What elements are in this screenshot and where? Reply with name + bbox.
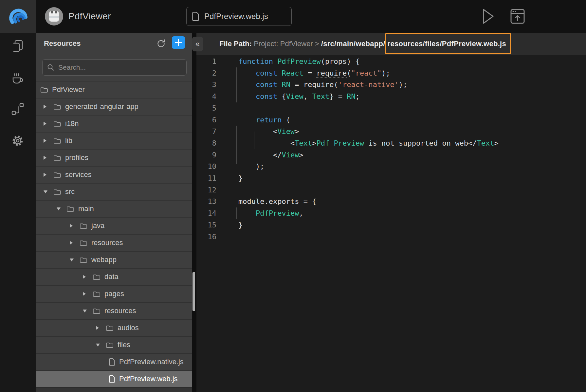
chevron-down-icon[interactable] bbox=[96, 343, 106, 347]
add-resource-button[interactable] bbox=[172, 36, 185, 49]
refresh-button[interactable] bbox=[156, 39, 166, 48]
chevron-down-icon[interactable] bbox=[82, 309, 93, 313]
left-icon-rail bbox=[0, 33, 36, 392]
collapse-sidebar-button[interactable]: « bbox=[192, 37, 203, 51]
open-file-tab[interactable]: PdfPreview.web.js bbox=[186, 7, 292, 26]
panel-title: Resources bbox=[44, 33, 81, 54]
tree-item-data[interactable]: data bbox=[36, 268, 192, 285]
tree-item-src[interactable]: src bbox=[36, 183, 192, 200]
folder-icon bbox=[53, 154, 61, 161]
tree-item-pdfviewer[interactable]: PdfViewer bbox=[36, 81, 192, 98]
tree-item-pages[interactable]: pages bbox=[36, 285, 192, 302]
code-line: 12 bbox=[196, 184, 586, 196]
code-line: 5 bbox=[196, 102, 586, 114]
tree-item-profiles[interactable]: profiles bbox=[36, 149, 192, 166]
code-text: <View> bbox=[238, 126, 299, 137]
chevron-right-icon[interactable] bbox=[43, 172, 53, 177]
tree-item-resources[interactable]: resources bbox=[36, 234, 192, 251]
code-line: 2 const React = require("react"); bbox=[196, 67, 586, 79]
tree-item-services[interactable]: services bbox=[36, 166, 192, 183]
chevron-right-icon[interactable] bbox=[43, 121, 53, 126]
chevron-right-icon[interactable] bbox=[69, 223, 80, 228]
app-avatar bbox=[45, 7, 63, 26]
chevron-right-icon[interactable] bbox=[69, 241, 80, 245]
code-line: 10 ); bbox=[196, 161, 586, 172]
line-number: 16 bbox=[196, 231, 216, 243]
app-logo-tile[interactable] bbox=[0, 0, 36, 33]
indent-guide bbox=[236, 207, 237, 219]
chevron-down-icon[interactable] bbox=[56, 207, 66, 211]
chevron-right-icon[interactable] bbox=[82, 275, 93, 279]
tree-item-pdfpreview-native-js[interactable]: PdfPreview.native.js bbox=[36, 353, 192, 370]
chevron-right-icon[interactable] bbox=[82, 292, 93, 296]
file-path-base: /src/main/webapp/ bbox=[321, 40, 385, 48]
tree-item-label: services bbox=[65, 170, 92, 179]
pipeline-icon[interactable] bbox=[11, 102, 25, 116]
line-number: 3 bbox=[196, 79, 216, 91]
tree-item-main[interactable]: main bbox=[36, 200, 192, 217]
chevron-right-icon[interactable] bbox=[43, 104, 53, 109]
tab-label: PdfPreview.web.js bbox=[204, 12, 268, 21]
resources-panel: Resources PdfViewer bbox=[36, 33, 192, 392]
line-number: 9 bbox=[196, 149, 216, 161]
code-line: 8 <Text>Pdf Preview is not supported on … bbox=[196, 137, 586, 149]
code-text: function PdfPreview(props) { bbox=[238, 56, 360, 67]
code-editor[interactable]: 1function PdfPreview(props) {2 const Rea… bbox=[196, 55, 586, 392]
code-line: 4 const {View, Text} = RN; bbox=[196, 91, 586, 102]
tree-scrollbar[interactable] bbox=[192, 272, 195, 311]
chevron-right-icon[interactable] bbox=[43, 155, 53, 160]
code-line: 3 const RN = require('react-native'); bbox=[196, 79, 586, 91]
tree-item-webapp[interactable]: webapp bbox=[36, 251, 192, 268]
line-number: 12 bbox=[196, 184, 216, 196]
chevron-down-icon[interactable] bbox=[43, 190, 53, 194]
coffee-icon[interactable] bbox=[11, 71, 25, 84]
gear-icon[interactable] bbox=[11, 134, 25, 148]
file-path-highlighted: resources/files/PdfPreview.web.js bbox=[385, 33, 511, 54]
search-input[interactable] bbox=[58, 63, 179, 71]
tree-item-lib[interactable]: lib bbox=[36, 132, 192, 149]
folder-icon bbox=[53, 103, 61, 110]
line-number: 7 bbox=[196, 126, 216, 137]
folder-icon bbox=[106, 325, 114, 331]
window-upload-icon bbox=[510, 9, 525, 24]
tree-item-label: resources bbox=[91, 239, 123, 247]
tree-item-audios[interactable]: audios bbox=[36, 319, 192, 336]
code-line: 15} bbox=[196, 219, 586, 231]
folder-icon bbox=[80, 223, 87, 229]
chevron-right-icon[interactable] bbox=[43, 138, 53, 143]
tree-item-label: src bbox=[65, 187, 75, 196]
run-button[interactable] bbox=[481, 0, 496, 33]
tree-item-label: PdfViewer bbox=[52, 85, 85, 94]
code-text: return ( bbox=[238, 114, 290, 126]
documents-icon[interactable] bbox=[11, 40, 25, 53]
search-box bbox=[42, 59, 187, 76]
tree-item-i18n[interactable]: i18n bbox=[36, 115, 192, 132]
folder-icon bbox=[80, 257, 87, 263]
tree-item-java[interactable]: java bbox=[36, 217, 192, 234]
tree-item-pdfpreview-web-js[interactable]: PdfPreview.web.js bbox=[36, 370, 192, 387]
publish-button[interactable] bbox=[509, 0, 526, 33]
tree-item-label: PdfPreview.web.js bbox=[119, 375, 178, 383]
folder-icon bbox=[106, 342, 114, 348]
tree-item-label: main bbox=[78, 205, 94, 213]
code-text: } bbox=[238, 172, 243, 184]
indent-guide bbox=[254, 132, 254, 149]
code-line: 13module.exports = { bbox=[196, 196, 586, 207]
line-number: 15 bbox=[196, 219, 216, 231]
code-lines: 1function PdfPreview(props) {2 const Rea… bbox=[196, 56, 586, 242]
tree-item-generated-angular-app[interactable]: generated-angular-app bbox=[36, 98, 192, 115]
code-line: 11} bbox=[196, 172, 586, 184]
chevron-down-icon[interactable] bbox=[69, 258, 80, 262]
tree-item-resources[interactable]: resources bbox=[36, 302, 192, 319]
chevron-right-icon[interactable] bbox=[96, 326, 106, 330]
code-line: 9 </View> bbox=[196, 149, 586, 161]
code-line: 7 <View> bbox=[196, 126, 586, 137]
file-icon bbox=[109, 375, 115, 383]
top-bar: PdfViewer PdfPreview.web.js bbox=[0, 0, 586, 33]
code-text: <Text>Pdf Preview is not supported on we… bbox=[238, 137, 499, 149]
tree-item-files[interactable]: files bbox=[36, 336, 192, 353]
folder-icon bbox=[53, 137, 61, 144]
panel-divider bbox=[192, 33, 196, 392]
line-number: 8 bbox=[196, 137, 216, 149]
code-text: PdfPreview, bbox=[238, 207, 303, 219]
